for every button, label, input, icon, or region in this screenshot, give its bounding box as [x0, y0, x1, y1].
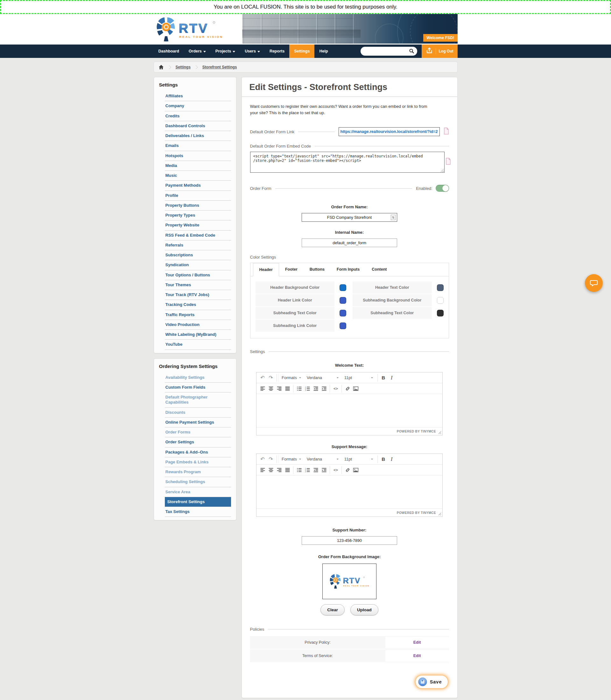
sidebar-item-tour-options-buttons[interactable]: Tour Options / Buttons: [165, 270, 231, 280]
color-swatch-subheading-text-color[interactable]: [340, 310, 346, 317]
breadcrumb-item-storefront-settings[interactable]: Storefront Settings: [203, 65, 237, 69]
font-family-dropdown[interactable]: Verdana: [304, 374, 341, 382]
align-right-icon[interactable]: [275, 384, 283, 393]
sidebar-item-company[interactable]: Company: [165, 101, 231, 111]
tab-form-inputs[interactable]: Form Inputs: [331, 263, 366, 276]
sidebar-item-deliverables-links[interactable]: Deliverables / Links: [165, 131, 231, 140]
font-family-dropdown[interactable]: Verdana: [304, 455, 341, 463]
logout-button[interactable]: Log Out: [422, 45, 458, 58]
nav-item-orders[interactable]: Orders: [184, 45, 211, 58]
code-icon[interactable]: <>: [332, 384, 340, 393]
sidebar-item-tax-settings[interactable]: Tax Settings: [165, 507, 231, 517]
order-form-enabled-toggle[interactable]: [436, 185, 449, 192]
sidebar-item-default-photographer-capabilities[interactable]: Default Photographer Capabilities: [165, 393, 231, 407]
sidebar-item-music[interactable]: Music: [165, 171, 231, 180]
sidebar-item-storefront-settings[interactable]: Storefront Settings: [165, 497, 231, 507]
internal-name-input[interactable]: [302, 239, 397, 247]
formats-dropdown[interactable]: Formats: [279, 374, 304, 382]
nav-item-projects[interactable]: Projects: [211, 45, 240, 58]
align-left-icon[interactable]: [258, 466, 267, 474]
sidebar-item-traffic-reports[interactable]: Traffic Reports: [165, 310, 231, 320]
sidebar-item-rewards-program[interactable]: Rewards Program: [165, 467, 231, 477]
editor-content-area[interactable]: [256, 394, 442, 427]
sidebar-item-video-production[interactable]: Video Production: [165, 320, 231, 330]
rtv-logo[interactable]: RTV REAL TOUR VISION: [155, 15, 224, 45]
font-size-dropdown[interactable]: 11pt: [341, 455, 376, 463]
search-icon[interactable]: [409, 48, 414, 55]
sidebar-item-packages-add-ons[interactable]: Packages & Add–Ons: [165, 447, 231, 457]
redo-icon[interactable]: ↷: [267, 455, 275, 463]
image-icon[interactable]: [352, 466, 360, 474]
image-icon[interactable]: [352, 384, 360, 393]
editor-content-area[interactable]: [256, 475, 442, 508]
sidebar-item-rss-feed-embed-code[interactable]: RSS Feed & Embed Code: [165, 231, 231, 240]
color-swatch-header-text-color[interactable]: [437, 284, 444, 291]
welcome-text-editor[interactable]: ↶↷FormatsVerdana11ptBI123<>POWERED BY TI…: [256, 372, 443, 436]
redo-icon[interactable]: ↷: [267, 374, 275, 382]
nav-item-settings[interactable]: Settings: [289, 45, 314, 58]
sidebar-item-profile[interactable]: Profile: [165, 191, 231, 200]
edit-terms-of-service-link[interactable]: Edit: [413, 654, 421, 658]
support-number-input[interactable]: [302, 536, 397, 545]
bold-button[interactable]: B: [379, 455, 388, 463]
nav-item-dashboard[interactable]: Dashboard: [154, 45, 184, 58]
sidebar-item-discounts[interactable]: Discounts: [165, 408, 231, 417]
tab-buttons[interactable]: Buttons: [303, 263, 331, 276]
color-swatch-header-background-color[interactable]: [340, 284, 346, 291]
link-icon[interactable]: [343, 466, 352, 474]
bold-button[interactable]: B: [379, 374, 388, 382]
color-swatch-header-link-color[interactable]: [340, 297, 346, 304]
sidebar-item-online-payment-settings[interactable]: Online Payment Settings: [165, 417, 231, 427]
nav-item-users[interactable]: Users: [240, 45, 265, 58]
undo-icon[interactable]: ↶: [258, 374, 267, 382]
nav-item-help[interactable]: Help: [314, 45, 332, 58]
sidebar-item-youtube[interactable]: YouTube: [165, 340, 231, 349]
sidebar-item-scheduling-settings[interactable]: Scheduling Settings: [165, 477, 231, 487]
align-justify-icon[interactable]: [283, 466, 292, 474]
tab-content[interactable]: Content: [366, 263, 393, 276]
sidebar-item-property-types[interactable]: Property Types: [165, 211, 231, 220]
resize-handle[interactable]: [438, 431, 441, 434]
outdent-icon[interactable]: [312, 466, 320, 474]
sidebar-item-property-buttons[interactable]: Property Buttons: [165, 201, 231, 210]
bullet-list-icon[interactable]: [295, 466, 303, 474]
copy-icon[interactable]: [446, 157, 451, 166]
upload-button[interactable]: Upload: [351, 604, 378, 615]
sidebar-item-credits[interactable]: Credits: [165, 111, 231, 121]
spinner-icon[interactable]: ⇅: [391, 215, 396, 220]
home-icon[interactable]: [159, 64, 164, 70]
breadcrumb-item-settings[interactable]: Settings: [176, 65, 191, 69]
indent-icon[interactable]: [320, 384, 328, 393]
sidebar-item-tracking-codes[interactable]: Tracking Codes: [165, 300, 231, 309]
sidebar-item-order-settings[interactable]: Order Settings: [165, 437, 231, 447]
sidebar-item-syndication[interactable]: Syndication: [165, 260, 231, 270]
resize-handle[interactable]: [438, 512, 441, 515]
align-right-icon[interactable]: [275, 466, 283, 474]
sidebar-item-availability-settings[interactable]: Availability Settings: [165, 373, 231, 382]
color-swatch-subheading-link-color[interactable]: [340, 322, 346, 329]
order-form-name-input[interactable]: [302, 213, 397, 222]
color-swatch-subheading-text-color[interactable]: [437, 310, 444, 317]
support-message-editor[interactable]: ↶↷FormatsVerdana11ptBI123<>POWERED BY TI…: [256, 454, 443, 517]
italic-button[interactable]: I: [388, 374, 396, 382]
sidebar-item-white-labeling-mybrand[interactable]: White Labeling (MyBrand): [165, 330, 231, 339]
sidebar-item-payment-methods[interactable]: Payment Methods: [165, 181, 231, 190]
sidebar-item-tour-themes[interactable]: Tour Themes: [165, 280, 231, 290]
sidebar-item-tour-track-rtv-jobs[interactable]: Tour Track (RTV Jobs): [165, 290, 231, 300]
sidebar-item-referrals[interactable]: Referrals: [165, 241, 231, 250]
align-center-icon[interactable]: [267, 466, 275, 474]
align-left-icon[interactable]: [258, 384, 267, 393]
embed-code-textarea[interactable]: [250, 152, 445, 173]
color-swatch-subheading-background-color[interactable]: [437, 297, 444, 304]
sidebar-item-page-embeds-links[interactable]: Page Embeds & Links: [165, 457, 231, 467]
sidebar-item-affiliates[interactable]: Affiliates: [165, 91, 231, 101]
italic-button[interactable]: I: [388, 455, 396, 463]
code-icon[interactable]: <>: [332, 466, 340, 474]
font-size-dropdown[interactable]: 11pt: [341, 374, 376, 382]
sidebar-item-property-website[interactable]: Property Website: [165, 220, 231, 230]
sidebar-item-service-area[interactable]: Service Area: [165, 487, 231, 497]
save-button[interactable]: Save: [415, 675, 448, 689]
chat-button[interactable]: [585, 274, 603, 292]
edit-privacy-policy-link[interactable]: Edit: [413, 640, 421, 645]
sidebar-item-dashboard-controls[interactable]: Dashboard Controls: [165, 121, 231, 131]
